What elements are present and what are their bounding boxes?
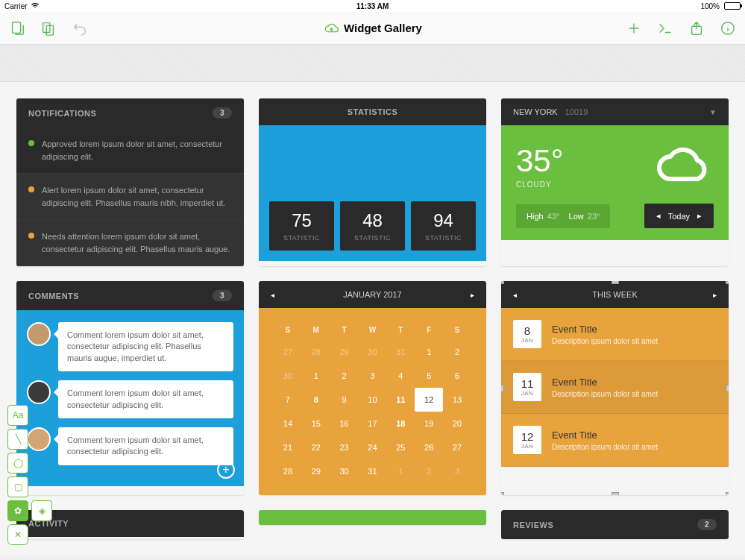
notification-item[interactable]: Alert lorem ipsum dolor sit amet, consec… [16, 174, 244, 220]
chevron-left-icon[interactable]: ◂ [656, 211, 661, 221]
selection-handle[interactable] [501, 492, 504, 495]
calendar-day[interactable]: 1 [386, 459, 415, 483]
stat-label: STATISTIC [346, 234, 399, 242]
avatar[interactable] [27, 322, 51, 346]
calendar-day[interactable]: 7 [274, 388, 302, 412]
calendar-day[interactable]: 28 [274, 459, 302, 483]
calendar-day[interactable]: 16 [330, 412, 359, 435]
line-tool-button[interactable]: ╲ [7, 429, 28, 450]
events-prev-button[interactable]: ◂ [513, 291, 517, 299]
calendar-day[interactable]: 17 [359, 412, 387, 435]
calendar-day[interactable]: 2 [415, 459, 443, 483]
calendar-day[interactable]: 5 [415, 364, 443, 388]
calendar-day[interactable]: 8 [302, 388, 330, 412]
notifications-count: 3 [213, 107, 232, 119]
event-date: 12JAN [513, 426, 541, 454]
selection-handle[interactable] [501, 385, 504, 392]
calendar-day[interactable]: 9 [330, 388, 359, 412]
info-icon[interactable] [720, 20, 736, 37]
notification-item[interactable]: Needs attention lorem ipsum dolor sit am… [16, 220, 244, 266]
calendar-dow: F [415, 320, 443, 340]
status-bar: Carrier 11:33 AM 100% [0, 0, 745, 12]
calendar-day[interactable]: 30 [330, 459, 359, 483]
calendar-day[interactable]: 11 [386, 388, 415, 412]
calendar-day[interactable]: 6 [443, 364, 471, 388]
terminal-icon[interactable] [657, 20, 673, 37]
selection-handle[interactable] [501, 281, 504, 284]
chevron-right-icon[interactable]: ▸ [697, 211, 702, 221]
calendar-day[interactable]: 2 [443, 340, 471, 364]
selection-handle[interactable] [612, 492, 619, 495]
comment-item: Comment lorem ipsum dolor sit amet, cons… [27, 427, 233, 465]
event-item[interactable]: 8JANEvent TitleDescription ipsum dolor s… [501, 308, 729, 361]
calendar-day[interactable]: 25 [386, 435, 415, 459]
calendar-day[interactable]: 28 [302, 340, 330, 364]
calendar-day[interactable]: 10 [359, 388, 387, 412]
calendar-day[interactable]: 26 [415, 435, 443, 459]
documents-icon[interactable] [9, 20, 25, 37]
calendar-day[interactable]: 22 [302, 435, 330, 459]
calendar-day[interactable]: 23 [330, 435, 359, 459]
weather-hilo: High 43° Low 23° [516, 204, 610, 228]
event-item[interactable]: 11JANEvent TitleDescription ipsum dolor … [501, 361, 729, 414]
rect-tool-button[interactable]: ▢ [7, 476, 28, 497]
calendar-day[interactable]: 1 [415, 340, 443, 364]
calendar-day[interactable]: 21 [274, 435, 302, 459]
calendar-day[interactable]: 2 [330, 364, 359, 388]
calendar-day[interactable]: 30 [359, 340, 387, 364]
calendar-day[interactable]: 19 [415, 412, 443, 435]
calendar-day[interactable]: 15 [302, 412, 330, 435]
stat-value: 48 [346, 210, 399, 231]
undo-icon[interactable] [72, 20, 88, 37]
calendar-card: ◂ JANUARY 2017 ▸ SMTWTFS2728293031123012… [259, 281, 486, 495]
calendar-day[interactable]: 24 [359, 435, 387, 459]
add-comment-button[interactable]: + [217, 461, 235, 479]
calendar-day[interactable]: 20 [443, 412, 471, 435]
events-card[interactable]: ◂ THIS WEEK ▸ 8JANEvent TitleDescription… [501, 281, 729, 495]
stat-value: 94 [417, 210, 470, 231]
calendar-dow: M [302, 320, 330, 340]
reviews-count: 2 [697, 519, 717, 530]
event-item[interactable]: 12JANEvent TitleDescription ipsum dolor … [501, 414, 729, 467]
target-tool-button[interactable]: ◈ [31, 500, 52, 521]
selection-handle[interactable] [726, 281, 729, 284]
calendar-next-button[interactable]: ▸ [471, 291, 474, 299]
selection-handle[interactable] [726, 492, 729, 495]
calendar-day[interactable]: 31 [386, 340, 415, 364]
avatar[interactable] [27, 380, 51, 404]
calendar-day[interactable]: 27 [274, 340, 302, 364]
shape-tool-button[interactable]: ◯ [7, 453, 28, 474]
calendar-day[interactable]: 18 [386, 412, 415, 435]
calendar-day[interactable]: 3 [359, 364, 387, 388]
selection-handle[interactable] [726, 385, 729, 392]
calendar-day[interactable]: 1 [302, 364, 330, 388]
calendar-day[interactable]: 13 [443, 388, 471, 412]
reviews-card: REVIEWS 2 [501, 510, 729, 539]
calendar-day[interactable]: 12 [415, 388, 443, 412]
calendar-day[interactable]: 30 [274, 364, 302, 388]
settings-tool-button[interactable]: ✿ [7, 500, 28, 521]
notification-item[interactable]: Approved lorem ipsum dolor sit amet, con… [16, 128, 244, 174]
copy-icon[interactable] [40, 20, 57, 37]
today-button[interactable]: ◂ Today ▸ [644, 204, 714, 228]
calendar-day[interactable]: 27 [443, 435, 471, 459]
calendar-prev-button[interactable]: ◂ [271, 291, 274, 299]
notifications-card: NOTIFICATIONS 3 Approved lorem ipsum dol… [16, 98, 244, 266]
page-title: Widget Gallery [344, 22, 422, 34]
calendar-day[interactable]: 3 [443, 459, 471, 483]
close-tool-button[interactable]: ✕ [7, 524, 28, 545]
calendar-day[interactable]: 29 [302, 459, 330, 483]
stat-value: 75 [275, 210, 328, 231]
calendar-day[interactable]: 14 [274, 412, 302, 435]
add-icon[interactable] [626, 20, 642, 37]
text-tool-button[interactable]: Aa [7, 405, 28, 426]
events-next-button[interactable]: ▸ [713, 291, 717, 299]
selection-handle[interactable] [612, 281, 619, 284]
comment-bubble: Comment lorem ipsum dolor sit amet, cons… [58, 427, 233, 465]
calendar-day[interactable]: 4 [386, 364, 415, 388]
share-icon[interactable] [688, 20, 705, 37]
chevron-down-icon[interactable]: ▼ [709, 108, 717, 116]
calendar-day[interactable]: 31 [359, 459, 387, 483]
calendar-day[interactable]: 29 [330, 340, 359, 364]
weather-card: NEW YORK 10019 ▼ 35° CLOUDY High 43° Low… [501, 98, 729, 266]
